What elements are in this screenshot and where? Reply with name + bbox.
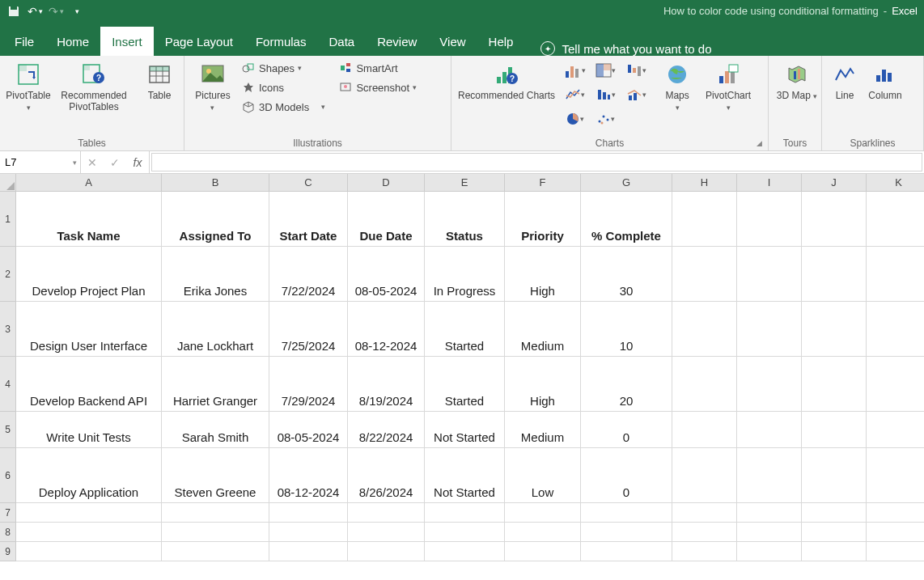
cell[interactable] bbox=[737, 302, 802, 357]
enter-formula-icon[interactable]: ✓ bbox=[104, 156, 126, 169]
row-header[interactable]: 3 bbox=[0, 302, 16, 357]
3d-map-button[interactable]: 3D Map ▾ bbox=[774, 59, 820, 103]
row-header[interactable]: 8 bbox=[0, 523, 16, 542]
cell[interactable]: 08-12-2024 bbox=[348, 302, 425, 357]
cell[interactable] bbox=[802, 448, 867, 503]
tell-me[interactable]: ✦ Tell me what you want to do bbox=[540, 41, 711, 56]
cell[interactable]: Steven Greene bbox=[162, 448, 269, 503]
cell[interactable] bbox=[867, 192, 924, 247]
column-header[interactable]: E bbox=[425, 174, 505, 192]
pivottable-button[interactable]: PivotTable▾ bbox=[5, 59, 52, 115]
cell[interactable] bbox=[802, 412, 867, 448]
tab-file[interactable]: File bbox=[3, 27, 45, 56]
cell[interactable]: Low bbox=[505, 448, 581, 503]
cell[interactable]: 20 bbox=[581, 357, 672, 412]
statistic-chart-icon[interactable]: ▾ bbox=[591, 83, 620, 106]
tab-help[interactable]: Help bbox=[477, 27, 525, 56]
cell[interactable]: 7/25/2024 bbox=[269, 302, 348, 357]
cell[interactable] bbox=[162, 542, 269, 561]
cell[interactable]: Medium bbox=[505, 412, 581, 448]
pie-chart-icon[interactable]: ▾ bbox=[560, 108, 589, 130]
cell[interactable]: 7/29/2024 bbox=[269, 357, 348, 412]
cell[interactable] bbox=[672, 302, 737, 357]
select-all-corner[interactable] bbox=[0, 174, 16, 192]
cell[interactable] bbox=[867, 357, 924, 412]
row-header[interactable]: 1 bbox=[0, 192, 16, 247]
cell[interactable]: Harriet Granger bbox=[162, 357, 269, 412]
cell[interactable]: Sarah Smith bbox=[162, 412, 269, 448]
cell[interactable]: Not Started bbox=[425, 412, 505, 448]
cell[interactable] bbox=[16, 503, 162, 523]
column-header[interactable]: B bbox=[162, 174, 269, 192]
tab-review[interactable]: Review bbox=[366, 27, 428, 56]
cell[interactable] bbox=[425, 542, 505, 561]
cell[interactable]: Medium bbox=[505, 302, 581, 357]
scatter-chart-icon[interactable]: ▾ bbox=[591, 108, 620, 130]
column-header[interactable]: D bbox=[348, 174, 425, 192]
cell[interactable] bbox=[672, 448, 737, 503]
redo-icon[interactable]: ↷▾ bbox=[47, 2, 65, 20]
cell[interactable] bbox=[505, 523, 581, 542]
tab-formulas[interactable]: Formulas bbox=[244, 27, 318, 56]
cell[interactable] bbox=[737, 542, 802, 561]
cell[interactable] bbox=[505, 542, 581, 561]
save-icon[interactable] bbox=[5, 2, 23, 20]
cell[interactable]: In Progress bbox=[425, 247, 505, 302]
maps-button[interactable]: Maps▾ bbox=[654, 59, 701, 115]
pivotchart-button[interactable]: PivotChart▾ bbox=[704, 59, 752, 115]
cell[interactable] bbox=[348, 542, 425, 561]
qat-customize-icon[interactable]: ▾ bbox=[68, 2, 86, 20]
tab-insert[interactable]: Insert bbox=[100, 27, 154, 56]
sparkline-line-button[interactable]: Line bbox=[827, 59, 863, 103]
cancel-formula-icon[interactable]: ✕ bbox=[81, 156, 104, 169]
cell[interactable] bbox=[867, 542, 924, 561]
cell[interactable] bbox=[867, 503, 924, 523]
recommended-pivottables-button[interactable]: ? Recommended PivotTables bbox=[55, 59, 133, 115]
cell[interactable] bbox=[672, 523, 737, 542]
cell[interactable] bbox=[672, 542, 737, 561]
charts-dialog-launcher[interactable]: ◢ bbox=[757, 139, 766, 149]
cell[interactable] bbox=[867, 448, 924, 503]
cell[interactable] bbox=[802, 247, 867, 302]
cell[interactable] bbox=[867, 523, 924, 542]
cell[interactable]: Develop Project Plan bbox=[16, 247, 162, 302]
cell[interactable] bbox=[672, 412, 737, 448]
cell[interactable] bbox=[269, 542, 348, 561]
cell[interactable] bbox=[737, 412, 802, 448]
tab-data[interactable]: Data bbox=[317, 27, 366, 56]
cell[interactable]: Erika Jones bbox=[162, 247, 269, 302]
cell[interactable] bbox=[425, 503, 505, 523]
pictures-button[interactable]: Pictures▾ bbox=[189, 59, 236, 115]
cell[interactable]: Status bbox=[425, 192, 505, 247]
tab-page-layout[interactable]: Page Layout bbox=[154, 27, 244, 56]
cell[interactable] bbox=[672, 357, 737, 412]
cell[interactable]: 08-05-2024 bbox=[348, 247, 425, 302]
cell[interactable] bbox=[802, 357, 867, 412]
row-header[interactable]: 5 bbox=[0, 412, 16, 448]
cell[interactable]: Started bbox=[425, 357, 505, 412]
formula-input[interactable] bbox=[151, 153, 922, 171]
cell[interactable] bbox=[269, 503, 348, 523]
cell[interactable]: 8/19/2024 bbox=[348, 357, 425, 412]
row-header[interactable]: 2 bbox=[0, 247, 16, 302]
hierarchy-chart-icon[interactable]: ▾ bbox=[591, 59, 620, 82]
icons-button[interactable]: Icons bbox=[239, 78, 327, 96]
cell[interactable]: 8/22/2024 bbox=[348, 412, 425, 448]
cell[interactable] bbox=[802, 542, 867, 561]
cell[interactable]: Develop Backend API bbox=[16, 357, 162, 412]
cell[interactable] bbox=[867, 247, 924, 302]
cell[interactable]: Not Started bbox=[425, 448, 505, 503]
name-box[interactable]: L7 bbox=[0, 151, 81, 173]
cell[interactable] bbox=[802, 523, 867, 542]
cell[interactable] bbox=[802, 192, 867, 247]
row-header[interactable]: 7 bbox=[0, 503, 16, 523]
cell[interactable] bbox=[737, 503, 802, 523]
cell[interactable] bbox=[867, 302, 924, 357]
column-header[interactable]: C bbox=[269, 174, 348, 192]
cell[interactable]: Write Unit Tests bbox=[16, 412, 162, 448]
table-button[interactable]: Table bbox=[136, 59, 183, 103]
cell[interactable] bbox=[867, 412, 924, 448]
cell[interactable]: High bbox=[505, 247, 581, 302]
row-header[interactable]: 6 bbox=[0, 448, 16, 503]
column-header[interactable]: J bbox=[802, 174, 867, 192]
